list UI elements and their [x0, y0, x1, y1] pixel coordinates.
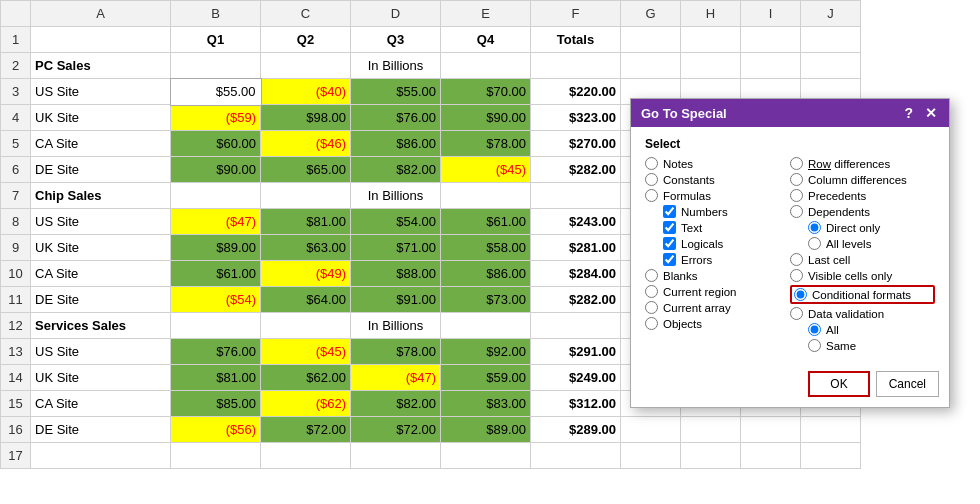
cell-c14[interactable]: $62.00	[261, 365, 351, 391]
cell-d17[interactable]	[351, 443, 441, 469]
cell-a14[interactable]: UK Site	[31, 365, 171, 391]
cell-f8[interactable]: $243.00	[531, 209, 621, 235]
cell-a15[interactable]: CA Site	[31, 391, 171, 417]
cell-f5[interactable]: $270.00	[531, 131, 621, 157]
cell-c9[interactable]: $63.00	[261, 235, 351, 261]
cell-b10[interactable]: $61.00	[171, 261, 261, 287]
cell-c2[interactable]	[261, 53, 351, 79]
cell-a8[interactable]: US Site	[31, 209, 171, 235]
notes-option[interactable]: Notes	[645, 157, 790, 170]
cell-f4[interactable]: $323.00	[531, 105, 621, 131]
conditional-formats-option[interactable]: Conditional formats	[790, 285, 935, 304]
dependents-option[interactable]: Dependents	[790, 205, 935, 218]
col-diff-option[interactable]: Column differences	[790, 173, 935, 186]
cell-f13[interactable]: $291.00	[531, 339, 621, 365]
col-header-j[interactable]: J	[801, 1, 861, 27]
dialog-help-button[interactable]: ?	[902, 105, 915, 121]
ok-button[interactable]: OK	[808, 371, 869, 397]
cell-d16[interactable]: $72.00	[351, 417, 441, 443]
cell-a5[interactable]: CA Site	[31, 131, 171, 157]
cell-b6[interactable]: $90.00	[171, 157, 261, 183]
visible-cells-option[interactable]: Visible cells only	[790, 269, 935, 282]
cell-a2[interactable]: PC Sales	[31, 53, 171, 79]
cell-i1[interactable]	[741, 27, 801, 53]
cell-i2[interactable]	[741, 53, 801, 79]
cell-a3[interactable]: US Site	[31, 79, 171, 105]
cell-a6[interactable]: DE Site	[31, 157, 171, 183]
all-sub-option[interactable]: All	[808, 323, 935, 336]
blanks-option[interactable]: Blanks	[645, 269, 790, 282]
cell-e10[interactable]: $86.00	[441, 261, 531, 287]
objects-option[interactable]: Objects	[645, 317, 790, 330]
numbers-option[interactable]: Numbers	[663, 205, 790, 218]
cell-f11[interactable]: $282.00	[531, 287, 621, 313]
cell-b2[interactable]	[171, 53, 261, 79]
cell-c17[interactable]	[261, 443, 351, 469]
cell-c11[interactable]: $64.00	[261, 287, 351, 313]
cell-f3[interactable]: $220.00	[531, 79, 621, 105]
col-header-i[interactable]: I	[741, 1, 801, 27]
cell-c8[interactable]: $81.00	[261, 209, 351, 235]
cell-b5[interactable]: $60.00	[171, 131, 261, 157]
all-levels-option[interactable]: All levels	[808, 237, 935, 250]
cell-b3[interactable]: $55.00	[171, 79, 261, 105]
cell-e14[interactable]: $59.00	[441, 365, 531, 391]
col-header-h[interactable]: H	[681, 1, 741, 27]
cell-b8[interactable]: ($47)	[171, 209, 261, 235]
cell-c10[interactable]: ($49)	[261, 261, 351, 287]
cell-c16[interactable]: $72.00	[261, 417, 351, 443]
cell-e16[interactable]: $89.00	[441, 417, 531, 443]
cell-h2[interactable]	[681, 53, 741, 79]
cell-a11[interactable]: DE Site	[31, 287, 171, 313]
cell-c15[interactable]: ($62)	[261, 391, 351, 417]
cell-e9[interactable]: $58.00	[441, 235, 531, 261]
cell-e6[interactable]: ($45)	[441, 157, 531, 183]
cell-c4[interactable]: $98.00	[261, 105, 351, 131]
cell-d6[interactable]: $82.00	[351, 157, 441, 183]
cell-j2[interactable]	[801, 53, 861, 79]
cell-h1[interactable]	[681, 27, 741, 53]
cell-d5[interactable]: $86.00	[351, 131, 441, 157]
last-cell-option[interactable]: Last cell	[790, 253, 935, 266]
cell-d2[interactable]: In Billions	[351, 53, 441, 79]
cell-f9[interactable]: $281.00	[531, 235, 621, 261]
precedents-option[interactable]: Precedents	[790, 189, 935, 202]
cell-d11[interactable]: $91.00	[351, 287, 441, 313]
cell-j1[interactable]	[801, 27, 861, 53]
cell-b1[interactable]: Q1	[171, 27, 261, 53]
cell-j16[interactable]	[801, 417, 861, 443]
cell-b13[interactable]: $76.00	[171, 339, 261, 365]
cell-d14[interactable]: ($47)	[351, 365, 441, 391]
cell-c13[interactable]: ($45)	[261, 339, 351, 365]
cell-a17[interactable]	[31, 443, 171, 469]
cell-f17[interactable]	[531, 443, 621, 469]
same-sub-option[interactable]: Same	[808, 339, 935, 352]
cell-f10[interactable]: $284.00	[531, 261, 621, 287]
dialog-close-button[interactable]: ✕	[923, 105, 939, 121]
cell-h17[interactable]	[681, 443, 741, 469]
constants-option[interactable]: Constants	[645, 173, 790, 186]
cell-e15[interactable]: $83.00	[441, 391, 531, 417]
cell-b16[interactable]: ($56)	[171, 417, 261, 443]
cell-i16[interactable]	[741, 417, 801, 443]
cell-f2[interactable]	[531, 53, 621, 79]
col-header-e[interactable]: E	[441, 1, 531, 27]
cell-d1[interactable]: Q3	[351, 27, 441, 53]
cell-e12[interactable]	[441, 313, 531, 339]
cell-f16[interactable]: $289.00	[531, 417, 621, 443]
cell-d13[interactable]: $78.00	[351, 339, 441, 365]
cell-e13[interactable]: $92.00	[441, 339, 531, 365]
cell-e8[interactable]: $61.00	[441, 209, 531, 235]
cell-d10[interactable]: $88.00	[351, 261, 441, 287]
col-header-b[interactable]: B	[171, 1, 261, 27]
cell-c6[interactable]: $65.00	[261, 157, 351, 183]
cell-a1[interactable]	[31, 27, 171, 53]
col-header-f[interactable]: F	[531, 1, 621, 27]
cell-c12[interactable]	[261, 313, 351, 339]
cell-i17[interactable]	[741, 443, 801, 469]
cell-e1[interactable]: Q4	[441, 27, 531, 53]
data-validation-option[interactable]: Data validation	[790, 307, 935, 320]
direct-only-option[interactable]: Direct only	[808, 221, 935, 234]
col-header-c[interactable]: C	[261, 1, 351, 27]
cell-e7[interactable]	[441, 183, 531, 209]
